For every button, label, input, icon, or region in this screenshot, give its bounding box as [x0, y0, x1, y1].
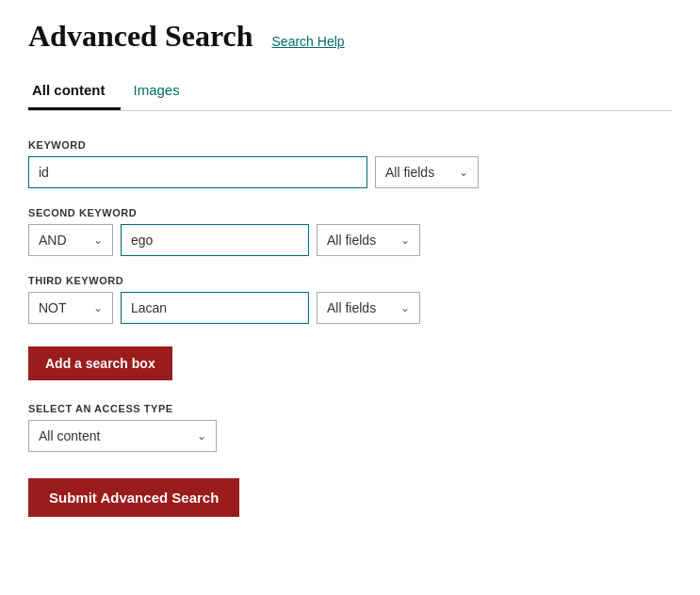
- access-type-label: SELECT AN ACCESS TYPE: [28, 403, 672, 414]
- submit-advanced-search-button[interactable]: Submit Advanced Search: [28, 478, 239, 517]
- second-keyword-row: AND ⌄ All fields ⌄: [28, 224, 672, 256]
- third-keyword-field-dropdown[interactable]: All fields ⌄: [317, 292, 420, 324]
- third-keyword-label: THIRD KEYWORD: [28, 275, 672, 286]
- third-keyword-section: THIRD KEYWORD NOT ⌄ All fields ⌄: [28, 275, 672, 324]
- third-keyword-operator-value: NOT: [39, 300, 67, 315]
- second-keyword-field-dropdown[interactable]: All fields ⌄: [317, 224, 420, 256]
- page-header: Advanced Search Search Help: [28, 19, 672, 54]
- tab-all-content[interactable]: All content: [28, 72, 121, 110]
- keyword-field-value: All fields: [385, 165, 434, 180]
- keyword-section: KEYWORD All fields ⌄: [28, 139, 672, 188]
- third-keyword-operator-chevron-icon: ⌄: [93, 301, 103, 314]
- second-keyword-label: SECOND KEYWORD: [28, 207, 672, 218]
- tabs-container: All content Images: [28, 72, 672, 111]
- third-keyword-operator-dropdown[interactable]: NOT ⌄: [28, 292, 113, 324]
- third-keyword-input[interactable]: [121, 292, 309, 324]
- keyword-field-chevron-icon: ⌄: [459, 166, 468, 179]
- second-keyword-section: SECOND KEYWORD AND ⌄ All fields ⌄: [28, 207, 672, 256]
- second-keyword-operator-chevron-icon: ⌄: [93, 233, 103, 247]
- access-type-value: All content: [39, 428, 100, 443]
- keyword-row: All fields ⌄: [28, 156, 672, 188]
- access-type-row: All content ⌄: [28, 420, 672, 452]
- keyword-field-dropdown[interactable]: All fields ⌄: [375, 156, 479, 188]
- search-help-link[interactable]: Search Help: [272, 34, 345, 49]
- access-type-chevron-icon: ⌄: [197, 429, 206, 442]
- access-type-section: SELECT AN ACCESS TYPE All content ⌄: [28, 403, 672, 452]
- tab-images[interactable]: Images: [130, 72, 195, 110]
- page-title: Advanced Search: [28, 19, 253, 54]
- second-keyword-operator-value: AND: [39, 233, 67, 248]
- third-keyword-field-value: All fields: [327, 300, 376, 315]
- keyword-label: KEYWORD: [28, 139, 672, 151]
- third-keyword-field-chevron-icon: ⌄: [400, 301, 410, 314]
- second-keyword-operator-dropdown[interactable]: AND ⌄: [28, 224, 113, 256]
- third-keyword-row: NOT ⌄ All fields ⌄: [28, 292, 672, 324]
- second-keyword-field-chevron-icon: ⌄: [400, 233, 410, 247]
- add-search-box-button[interactable]: Add a search box: [28, 346, 172, 380]
- access-type-dropdown[interactable]: All content ⌄: [28, 420, 217, 452]
- second-keyword-field-value: All fields: [327, 233, 376, 248]
- keyword-input[interactable]: [28, 156, 367, 188]
- second-keyword-input[interactable]: [121, 224, 309, 256]
